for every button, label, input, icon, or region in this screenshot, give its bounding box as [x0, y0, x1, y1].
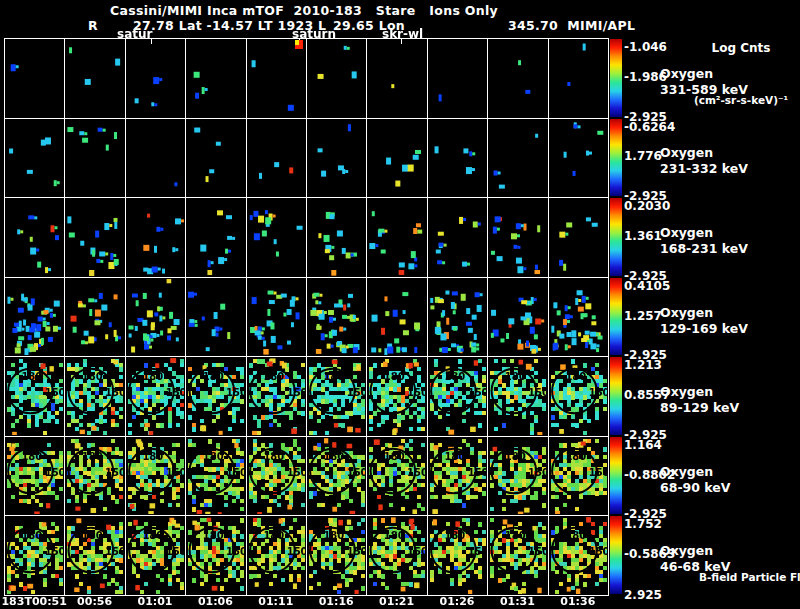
colorbar-tick-top: 0.4105	[624, 279, 670, 293]
saturn-event-marker-inner	[295, 40, 299, 45]
species-label: Oxygen	[660, 225, 713, 240]
energy-band-label: 331-589 keV	[660, 82, 748, 97]
colorbar-title-line1: Log Cnts	[682, 41, 800, 55]
colorbar-tick-mid: 1.361	[624, 229, 662, 243]
colorbar-row-7	[610, 516, 622, 594]
colorbar-row-4	[610, 278, 622, 356]
colorbar-tick-top: -0.6264	[624, 120, 675, 134]
overlay-label-skr-wl: skr-wl	[382, 27, 423, 41]
saturn-event-marker	[295, 40, 303, 49]
colorbar-tick-top: 0.2030	[624, 199, 670, 213]
energy-band-label: 129-169 keV	[660, 321, 748, 336]
energy-band-label: 68-90 keV	[660, 480, 730, 495]
energy-band-label: 89-129 keV	[660, 400, 739, 415]
energy-band-label: 231-332 keV	[660, 161, 748, 176]
energy-band-label: 46-68 keV	[660, 559, 730, 574]
page-title: Cassini/MIMI Inca mTOF 2010-183 Stare Io…	[0, 3, 608, 18]
r-label: R	[88, 18, 98, 33]
overlay-tick	[401, 38, 402, 44]
time-tick-label: 01:36	[538, 595, 618, 608]
colorbar-tick-top: 1.752	[624, 517, 662, 531]
colorbar-row-1	[610, 39, 622, 117]
colorbar-row-5	[610, 357, 622, 435]
species-label: Oxygen	[660, 305, 713, 320]
colorbar-tick-mid: 1.257	[624, 309, 662, 323]
species-label: Oxygen	[660, 384, 713, 399]
longitude2-text: 345.70 MIMI/APL	[508, 18, 635, 33]
species-label: Oxygen	[660, 66, 713, 81]
colorbar-row-6	[610, 437, 622, 515]
species-label: Oxygen	[660, 145, 713, 160]
colorbar-row-2	[610, 119, 622, 197]
species-label: Oxygen	[660, 543, 713, 558]
colorbar-tick-bottom: 2.925	[624, 588, 662, 602]
overlay-tick	[151, 38, 152, 44]
colorbar-tick-top: 1.213	[624, 358, 662, 372]
energy-band-label: 168-231 keV	[660, 241, 748, 256]
colorbar-tick-top: -1.046	[624, 40, 667, 54]
cassini-mimi-inca-display: Cassini/MIMI Inca mTOF 2010-183 Stare Io…	[0, 0, 800, 609]
colorbar-row-3	[610, 198, 622, 276]
ena-image-grid	[4, 38, 609, 596]
species-label: Oxygen	[660, 464, 713, 479]
colorbar-tick-mid: 1.776	[624, 149, 662, 163]
overlay-label-satur: satur	[117, 27, 152, 41]
colorbar-tick-top: 1.164	[624, 438, 662, 452]
